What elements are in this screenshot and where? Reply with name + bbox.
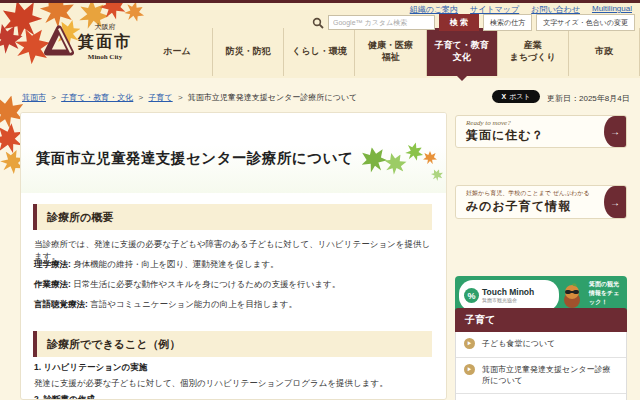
arrow-bullet-icon: ▶ xyxy=(464,338,475,349)
textsize-color-button[interactable]: 文字サイズ・色合いの変更 xyxy=(536,14,635,31)
arrow-right-icon: → xyxy=(604,116,626,147)
nav-kurashi[interactable]: くらし・環境 xyxy=(283,28,354,76)
page: 組織のご案内 サイトマップ お問い合わせ Multilingual 検 索 検索… xyxy=(0,0,640,400)
minoh-emblem-icon xyxy=(44,25,74,59)
post-label: ポスト xyxy=(509,92,531,102)
arrow-bullet-icon: ▶ xyxy=(464,364,475,375)
touch-minoh-logo: % Touch Minoh 箕面市観光協会 xyxy=(459,280,559,311)
therapy-desc: 言語やコミュニケーション能力の向上を目指します。 xyxy=(88,299,297,309)
nav-kosodate-active[interactable]: 子育て・教育 文化 xyxy=(426,28,497,76)
breadcrumb-current: 箕面市立児童発達支援センター診療所について xyxy=(188,93,357,102)
city-name: 箕面市 xyxy=(78,32,132,53)
nav-bousai[interactable]: 防災・防犯 xyxy=(212,28,283,76)
search-bar: 検 索 検索の仕方 文字サイズ・色合いの変更 xyxy=(312,14,635,31)
banner-title: みのお子育て情報 xyxy=(466,198,598,215)
search-button[interactable]: 検 索 xyxy=(439,14,479,31)
nav-shisei[interactable]: 市政 xyxy=(568,28,640,76)
therapy-term: 作業療法: xyxy=(34,279,71,289)
breadcrumb-separator: > xyxy=(178,93,183,102)
therapy-line: 言語聴覚療法: 言語やコミュニケーション能力の向上を目指します。 xyxy=(34,299,434,311)
breadcrumb-subcategory[interactable]: 子育て xyxy=(148,93,172,102)
therapy-desc: 身体機能の維持・向上を図り、運動発達を促します。 xyxy=(71,259,279,269)
service-item-desc: 発達に支援が必要な子どもに対して、個別のリハビリテーションプログラムを提供します… xyxy=(34,378,434,390)
prefecture-label: 大阪府 xyxy=(78,22,132,32)
section-heading-services: 診療所でできること（例） xyxy=(33,331,432,357)
related-link-label: 箕面市立児童発達支援センター診療所について xyxy=(482,365,611,385)
related-box-heading: 子育て xyxy=(455,308,627,332)
therapy-term: 言語聴覚療法: xyxy=(34,299,88,309)
x-post-button[interactable]: X ポスト xyxy=(492,90,540,103)
breadcrumb-home[interactable]: 箕面市 xyxy=(22,93,46,102)
x-icon: X xyxy=(501,93,506,100)
search-icon xyxy=(312,17,324,29)
arrow-right-icon: → xyxy=(604,186,626,218)
nav-home[interactable]: ホーム xyxy=(142,28,212,76)
related-box-body: ▶ 子ども食堂について ▶ 箕面市立児童発達支援センター診療所について ▶ xyxy=(455,332,627,400)
nav-sangyou[interactable]: 産業 まちづくり xyxy=(497,28,568,76)
nav-kenkou[interactable]: 健康・医療 福祉 xyxy=(354,28,425,76)
city-name-en: Minoh City xyxy=(78,53,132,61)
related-link-partial[interactable]: ▶ xyxy=(456,394,626,400)
related-link-kodomo-shokudo[interactable]: ▶ 子ども食堂について xyxy=(456,332,626,358)
related-link-label: 子ども食堂について xyxy=(482,339,555,348)
related-link-shinryoujo[interactable]: ▶ 箕面市立児童発達支援センター診療所について xyxy=(456,358,626,395)
touch-minoh-name: Touch Minoh xyxy=(482,288,534,297)
touch-minoh-mark-icon: % xyxy=(464,288,479,303)
therapy-line: 作業療法: 日常生活に必要な動作やスキルを身につけるための支援を行います。 xyxy=(34,279,434,291)
touch-minoh-subtext: 箕面市観光協会 xyxy=(482,297,534,303)
banner-move-to-minoh[interactable]: Ready to move? 箕面に住む？ → xyxy=(455,115,627,148)
search-howto-button[interactable]: 検索の仕方 xyxy=(483,14,532,31)
section-heading-overview: 診療所の概要 xyxy=(33,204,432,230)
breadcrumb-category[interactable]: 子育て・教育・文化 xyxy=(61,93,133,102)
therapy-desc: 日常生活に必要な動作やスキルを身につけるための支援を行います。 xyxy=(71,279,340,289)
related-links-box: 子育て ▶ 子ども食堂について ▶ 箕面市立児童発達支援センター診療所について … xyxy=(455,308,627,400)
search-input[interactable] xyxy=(328,15,435,30)
banner-title: 箕面に住む？ xyxy=(466,127,598,144)
therapy-line: 理学療法: 身体機能の維持・向上を図り、運動発達を促します。 xyxy=(34,259,434,271)
breadcrumb-separator: > xyxy=(51,93,56,102)
therapy-term: 理学療法: xyxy=(34,259,71,269)
breadcrumb-separator: > xyxy=(139,93,144,102)
site-logo[interactable]: 大阪府 箕面市 Minoh City xyxy=(44,22,132,61)
service-item-title: 2. 診断書の作成 xyxy=(34,394,434,400)
main-content: 箕面市立児童発達支援センター診療所について 診療所の概要 当診療所では、発達に支… xyxy=(20,112,447,400)
global-nav: ホーム 防災・防犯 くらし・環境 健康・医療 福祉 子育て・教育 文化 産業 ま… xyxy=(142,28,640,76)
banner-kosodate-info[interactable]: 妊娠から育児、学校のことまで ぜんぶわかる みのお子育て情報 → xyxy=(455,185,627,219)
banner-subtext: 妊娠から育児、学校のことまで ぜんぶわかる xyxy=(466,189,598,198)
top-accent-bar xyxy=(0,0,640,3)
banner-subtext: Ready to move? xyxy=(466,119,598,127)
service-item-title: 1. リハビリテーションの実施 xyxy=(34,362,434,374)
touch-minoh-caption: 箕面の観光情報をチェック！ xyxy=(589,280,624,307)
logo-text: 大阪府 箕面市 Minoh City xyxy=(78,22,132,61)
breadcrumb: 箕面市 > 子育て・教育・文化 > 子育て > 箕面市立児童発達支援センター診療… xyxy=(22,92,357,103)
mascot-icon xyxy=(559,283,585,309)
page-title: 箕面市立児童発達支援センター診療所について xyxy=(36,149,353,168)
updated-date: 更新日：2025年8月4日 xyxy=(547,93,630,104)
